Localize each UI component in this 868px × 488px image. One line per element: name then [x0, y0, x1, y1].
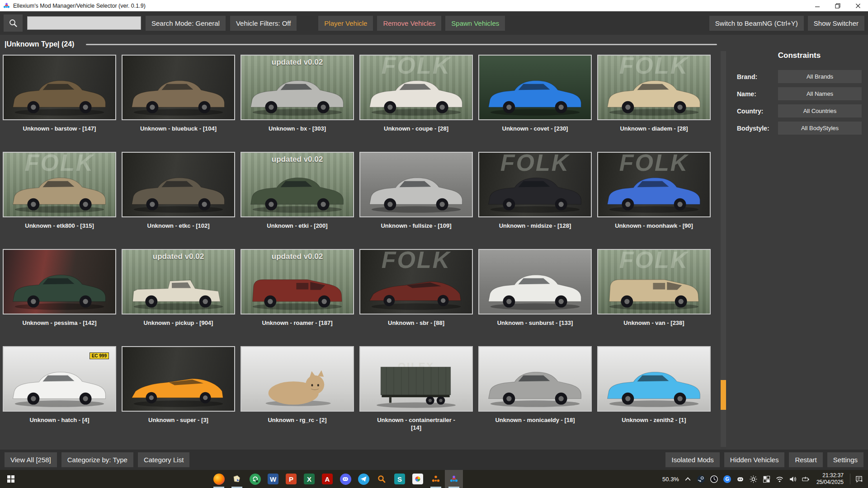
vehicle-thumbnail[interactable]: FOLK	[3, 152, 116, 217]
vehicle-card[interactable]: FOLK Unknown - etk800 - [315]	[3, 152, 116, 230]
view-all-button[interactable]: View All [258]	[5, 452, 57, 467]
categorize-by-button[interactable]: Categorize by: Type	[61, 452, 133, 467]
battery-icon[interactable]	[802, 475, 810, 483]
taskbar-app-molecule-blue-icon[interactable]	[445, 470, 463, 488]
search-input[interactable]	[27, 16, 141, 30]
vehicle-thumbnail[interactable]: updated v0.02	[241, 249, 354, 314]
vehicle-card[interactable]: Unknown - etkc - [102]	[122, 152, 235, 230]
vehicle-card[interactable]: updated v0.02 Unknown - roamer - [187]	[241, 249, 354, 327]
settings-button[interactable]: Settings	[827, 452, 863, 467]
vehicle-thumbnail[interactable]: FOLK	[359, 55, 473, 120]
vehicle-card[interactable]: FOLK Unknown - moonhawk - [90]	[597, 152, 711, 230]
vehicle-thumbnail[interactable]	[122, 55, 235, 120]
clock-badge-icon[interactable]	[710, 475, 718, 483]
scrollbar-thumb[interactable]	[721, 380, 726, 410]
minimize-icon[interactable]	[807, 0, 827, 11]
vehicle-thumbnail[interactable]	[3, 55, 116, 120]
vehicle-card[interactable]: updated v0.02 Unknown - etki - [200]	[241, 152, 354, 230]
taskbar-app-excel-icon[interactable]: X	[300, 470, 318, 488]
vehicle-thumbnail[interactable]	[597, 346, 711, 412]
vehicle-card[interactable]: EC 999 Unknown - hatch - [4]	[3, 346, 116, 424]
taskbar-app-search-orange-icon[interactable]	[373, 470, 391, 488]
vehicle-thumbnail[interactable]: FOLK	[597, 152, 711, 217]
search-mode-button[interactable]: Search Mode: General	[146, 16, 226, 31]
name-filter-button[interactable]: All Names	[778, 87, 862, 100]
vertical-scrollbar[interactable]	[721, 51, 726, 447]
vehicle-thumbnail[interactable]: FOLK	[359, 249, 473, 314]
remove-vehicles-button[interactable]: Remove Vehicles	[377, 16, 441, 31]
taskbar-app-discord-icon[interactable]	[336, 470, 354, 488]
vehicle-card[interactable]: Unknown - rg_rc - [2]	[241, 346, 354, 424]
vehicle-thumbnail[interactable]: FOLK	[478, 152, 592, 217]
search-icon[interactable]	[4, 14, 23, 32]
vehicle-thumbnail[interactable]: FOLK	[597, 249, 711, 314]
taskbar-app-sync-green-icon[interactable]	[246, 470, 264, 488]
spawn-vehicles-button[interactable]: Spawn Vehicles	[445, 16, 505, 31]
vehicle-card[interactable]: updated v0.02 Unknown - bx - [303]	[241, 55, 354, 133]
notification-center-icon[interactable]	[855, 475, 863, 483]
vehicle-card[interactable]: Unknown - fullsize - [109]	[359, 152, 473, 230]
taskbar-clock[interactable]: 21:32:37 25/04/2025	[816, 472, 844, 486]
taskbar-app-powerpoint-icon[interactable]: P	[282, 470, 300, 488]
restore-icon[interactable]	[827, 0, 848, 11]
vehicle-thumbnail[interactable]: OILEX	[359, 346, 473, 412]
taskbar-app-firefox-icon[interactable]	[210, 470, 228, 488]
vehicle-thumbnail[interactable]: updated v0.02	[241, 55, 354, 120]
close-icon[interactable]	[848, 0, 868, 11]
player-vehicle-button[interactable]: Player Vehicle	[318, 16, 373, 31]
vehicle-card[interactable]: Unknown - bluebuck - [104]	[122, 55, 235, 133]
vehicle-card[interactable]: FOLK Unknown - midsize - [128]	[478, 152, 592, 230]
category-list-button[interactable]: Category List	[138, 452, 189, 467]
vehicle-thumbnail[interactable]	[3, 249, 116, 314]
vehicle-thumbnail[interactable]	[122, 346, 235, 412]
g-circle-icon[interactable]: G	[723, 475, 731, 483]
vehicle-card[interactable]: Unknown - pessima - [142]	[3, 249, 116, 327]
chevron-up-icon[interactable]	[684, 475, 692, 483]
brand-filter-button[interactable]: All Brands	[778, 70, 862, 83]
vehicle-card[interactable]: updated v0.02 Unknown - pickup - [904]	[122, 249, 235, 327]
wifi-icon[interactable]	[775, 475, 784, 483]
vehicle-thumbnail[interactable]: updated v0.02	[122, 249, 235, 314]
vehicle-thumbnail[interactable]	[241, 346, 354, 412]
vehicle-thumbnail[interactable]: EC 999	[3, 346, 116, 412]
speaker-icon[interactable]	[788, 475, 797, 483]
grid-icon[interactable]	[762, 475, 771, 483]
vehicle-thumbnail[interactable]	[478, 55, 592, 120]
vehicle-thumbnail[interactable]: updated v0.02	[241, 152, 354, 217]
taskbar-app-photos-icon[interactable]	[409, 470, 427, 488]
country-filter-button[interactable]: All Countries	[778, 104, 862, 117]
restart-button[interactable]: Restart	[789, 452, 822, 467]
vehicle-card[interactable]: FOLK Unknown - diadem - [28]	[597, 55, 711, 133]
vehicle-card[interactable]: Unknown - zenith2 - [1]	[597, 346, 711, 424]
taskbar-app-molecule-orange-icon[interactable]	[427, 470, 445, 488]
vehicle-card[interactable]: OILEX Unknown - containertrailer - [14]	[359, 346, 473, 432]
vehicle-thumbnail[interactable]: FOLK	[597, 55, 711, 120]
taskbar-app-telegram-icon[interactable]	[354, 470, 373, 488]
vehicle-card[interactable]: FOLK Unknown - sbr - [88]	[359, 249, 473, 327]
taskbar-app-s-app-icon[interactable]: S	[391, 470, 409, 488]
vehicle-card[interactable]: FOLK Unknown - van - [238]	[597, 249, 711, 327]
hidden-vehicles-button[interactable]: Hidden Vehicles	[724, 452, 785, 467]
vehicle-filters-button[interactable]: Vehicle Filters: Off	[230, 16, 297, 31]
discord-tray-icon[interactable]	[736, 475, 745, 483]
vehicle-card[interactable]: Unknown - barstow - [147]	[3, 55, 116, 133]
vehicle-thumbnail[interactable]	[478, 249, 592, 314]
vehicle-card[interactable]: Unknown - covet - [230]	[478, 55, 592, 133]
taskbar-app-acrobat-icon[interactable]: A	[318, 470, 336, 488]
taskbar-app-word-icon[interactable]: W	[264, 470, 282, 488]
vehicle-thumbnail[interactable]	[359, 152, 473, 217]
sun-icon[interactable]	[749, 475, 758, 483]
start-button[interactable]	[0, 470, 22, 488]
bodystyle-filter-button[interactable]: All BodyStyles	[778, 122, 862, 135]
taskbar-app-stickers-icon[interactable]	[228, 470, 246, 488]
switch-to-beamng-button[interactable]: Switch to BeamNG (Ctrl+Y)	[709, 16, 804, 31]
vehicle-card[interactable]: Unknown - monicaeldy - [18]	[478, 346, 592, 424]
vehicle-thumbnail[interactable]	[478, 346, 592, 412]
steam-icon[interactable]	[697, 475, 705, 483]
vehicle-card[interactable]: Unknown - sunburst - [133]	[478, 249, 592, 327]
vehicle-card[interactable]: Unknown - super - [3]	[122, 346, 235, 424]
show-switcher-button[interactable]: Show Switcher	[808, 16, 864, 31]
isolated-mods-button[interactable]: Isolated Mods	[665, 452, 719, 467]
vehicle-card[interactable]: FOLK Unknown - coupe - [28]	[359, 55, 473, 133]
vehicle-thumbnail[interactable]	[122, 152, 235, 217]
